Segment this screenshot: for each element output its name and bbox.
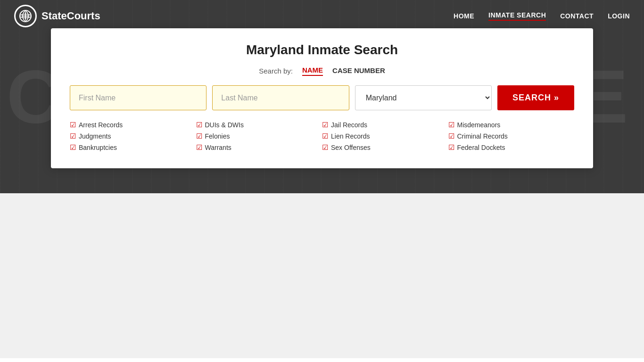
feature-warrants: ☑ Warrants: [196, 143, 322, 152]
check-icon-9: ☑: [70, 143, 76, 152]
check-icon-10: ☑: [196, 143, 202, 152]
hero-section: COURTHOUSE StateCourts HOME INMATE SEARC…: [0, 0, 644, 193]
features-grid: ☑ Arrest Records ☑ DUIs & DWIs ☑ Jail Re…: [70, 121, 574, 152]
check-icon-3: ☑: [322, 121, 328, 129]
feature-duis: ☑ DUIs & DWIs: [196, 121, 322, 129]
check-icon-7: ☑: [322, 132, 328, 140]
tab-case-number[interactable]: CASE NUMBER: [332, 66, 385, 75]
check-icon-1: ☑: [70, 121, 76, 129]
check-icon-8: ☑: [448, 132, 454, 140]
breadcrumb: Home › Inmate Search › Maryland › Allega…: [0, 358, 644, 362]
nav-inmate-search[interactable]: INMATE SEARCH: [488, 11, 546, 21]
check-icon-12: ☑: [448, 143, 454, 152]
search-card-title: Maryland Inmate Search: [70, 42, 574, 58]
feature-jail-records: ☑ Jail Records: [322, 121, 448, 129]
state-select[interactable]: Maryland Alabama Alaska Arizona Arkansas…: [355, 85, 492, 110]
feature-bankruptcies: ☑ Bankruptcies: [70, 143, 196, 152]
check-icon-4: ☑: [448, 121, 454, 129]
search-button[interactable]: SEARCH »: [497, 85, 574, 110]
feature-label-12: Federal Dockets: [457, 144, 505, 151]
feature-lien-records: ☑ Lien Records: [322, 132, 448, 140]
search-card: Maryland Inmate Search Search by: NAME C…: [51, 28, 593, 168]
check-icon-6: ☑: [196, 132, 202, 140]
logo-text: StateCourts: [41, 10, 100, 22]
first-name-input[interactable]: [70, 85, 206, 110]
feature-label-6: Felonies: [205, 132, 230, 140]
feature-federal-dockets: ☑ Federal Dockets: [448, 143, 575, 152]
feature-label-5: Judgments: [79, 132, 111, 140]
feature-felonies: ☑ Felonies: [196, 132, 322, 140]
feature-label-11: Sex Offenses: [331, 144, 371, 151]
feature-judgments: ☑ Judgments: [70, 132, 196, 140]
feature-label-3: Jail Records: [331, 121, 367, 129]
search-by-row: Search by: NAME CASE NUMBER: [70, 66, 574, 76]
last-name-input[interactable]: [212, 85, 349, 110]
feature-misdemeanors: ☑ Misdemeanors: [448, 121, 575, 129]
feature-label-8: Criminal Records: [457, 132, 508, 140]
check-icon-2: ☑: [196, 121, 202, 129]
tab-name[interactable]: NAME: [302, 66, 323, 76]
feature-label-9: Bankruptcies: [79, 144, 117, 151]
feature-label-1: Arrest Records: [79, 121, 123, 129]
feature-label-2: DUIs & DWIs: [205, 121, 244, 129]
nav-links: HOME INMATE SEARCH CONTACT LOGIN: [454, 11, 630, 21]
logo-link[interactable]: StateCourts: [14, 5, 100, 27]
feature-label-10: Warrants: [205, 144, 231, 151]
nav-home[interactable]: HOME: [454, 12, 474, 20]
nav-login[interactable]: LOGIN: [608, 12, 630, 20]
search-by-label: Search by:: [259, 67, 293, 75]
check-icon-11: ☑: [322, 143, 328, 152]
logo-icon: [14, 5, 37, 27]
feature-criminal-records: ☑ Criminal Records: [448, 132, 575, 140]
navbar: StateCourts HOME INMATE SEARCH CONTACT L…: [0, 0, 644, 32]
feature-arrest-records: ☑ Arrest Records: [70, 121, 196, 129]
feature-label-7: Lien Records: [331, 132, 370, 140]
nav-contact[interactable]: CONTACT: [560, 12, 594, 20]
feature-label-4: Misdemeanors: [457, 121, 501, 129]
search-inputs-row: Maryland Alabama Alaska Arizona Arkansas…: [70, 85, 574, 110]
check-icon-5: ☑: [70, 132, 76, 140]
feature-sex-offenses: ☑ Sex Offenses: [322, 143, 448, 152]
